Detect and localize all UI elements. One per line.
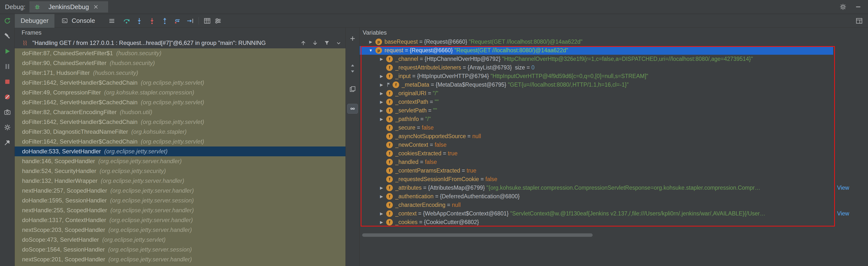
expand-arrow-icon[interactable]: ▶ <box>377 117 386 121</box>
variable-keyword-value: null <box>452 202 461 208</box>
collapse-icon[interactable] <box>334 38 343 47</box>
scroll-down-icon[interactable] <box>347 68 358 75</box>
variable-row[interactable]: ▶f_servletPath = "" <box>360 106 868 115</box>
expand-arrow-icon[interactable]: ▶ <box>377 194 386 199</box>
pause-icon[interactable] <box>3 62 12 71</box>
build-icon[interactable] <box>3 32 12 40</box>
frame-row[interactable]: doFilter:87, ChainedServletFilter$1 (hud… <box>15 48 345 58</box>
filter-icon[interactable] <box>322 38 331 47</box>
frame-row[interactable]: nextHandle:255, ScopedHandler (org.eclip… <box>15 205 345 215</box>
frame-row[interactable]: doScope:473, ServletHandler (org.eclipse… <box>15 235 345 245</box>
previous-frame-icon[interactable] <box>299 38 308 47</box>
frame-row[interactable]: handle:524, SecurityHandler (org.eclipse… <box>15 166 345 176</box>
frame-row[interactable]: handle:132, HandlerWrapper (org.eclipse.… <box>15 176 345 186</box>
expand-arrow-icon[interactable]: ▶ <box>377 100 386 104</box>
thread-dump-icon[interactable] <box>3 108 12 117</box>
step-into-icon[interactable] <box>134 16 145 26</box>
frame-row[interactable]: doHandle:1595, SessionHandler (org.eclip… <box>15 196 345 205</box>
variable-row[interactable]: f_handled = false <box>360 158 868 166</box>
evaluate-expression-icon[interactable] <box>202 16 213 26</box>
frame-row[interactable]: doFilter:1642, ServletHandler$CachedChai… <box>15 78 345 88</box>
variable-row[interactable]: f_contentParamsExtracted = true <box>360 166 868 175</box>
force-step-into-icon[interactable] <box>147 16 157 26</box>
expand-arrow-icon[interactable]: ▶ <box>377 91 386 96</box>
view-link[interactable]: View <box>837 184 849 191</box>
step-over-icon[interactable] <box>121 16 132 26</box>
collapse-arrow-icon[interactable]: ▼ <box>366 48 375 53</box>
variable-row[interactable]: ▶f_input = {HttpInputOverHTTP@6794} "Htt… <box>360 72 868 81</box>
variable-row[interactable]: ▶f_pathInfo = "/" <box>360 115 868 123</box>
variable-row[interactable]: f_requestedSessionIdFromCookie = false <box>360 175 868 183</box>
variable-row[interactable]: ▶f_metaData = {MetaData$Request@6795} "G… <box>360 81 868 89</box>
pin-icon[interactable] <box>3 138 12 147</box>
expand-arrow-icon[interactable]: ▶ <box>377 220 386 225</box>
expand-arrow-icon[interactable]: ▶ <box>366 39 375 44</box>
close-icon[interactable] <box>91 2 100 11</box>
expand-arrow-icon[interactable]: ▶ <box>377 83 386 87</box>
variable-row[interactable]: f_newContext = false <box>360 141 868 149</box>
next-frame-icon[interactable] <box>311 38 319 47</box>
resume-icon[interactable] <box>3 47 12 56</box>
frame-row[interactable]: doFilter:30, DiagnosticThreadNameFilter … <box>15 127 345 137</box>
variable-row[interactable]: ▶f_originalURI = "/" <box>360 89 868 98</box>
settings-sliders-icon[interactable] <box>213 16 223 26</box>
session-tab[interactable]: JenkinsDebug <box>29 1 108 12</box>
variable-row[interactable]: ▶f_cookies = {CookieCutter@6802} <box>360 218 868 227</box>
variable-row[interactable]: ▶f_context = {WebAppContext$Context@6801… <box>360 209 868 218</box>
frame-row[interactable]: nextScope:203, ScopedHandler (org.eclips… <box>15 225 345 235</box>
variable-row[interactable]: f_cookiesExtracted = true <box>360 149 868 158</box>
drop-frame-icon[interactable] <box>172 16 183 26</box>
toolbar-separator <box>198 17 199 25</box>
frame-row[interactable]: doScope:1564, SessionHandler (org.eclips… <box>15 245 345 255</box>
menu-icon[interactable] <box>106 16 117 26</box>
variable-row[interactable]: ▶f_channel = {HttpChannelOverHttp@6792} … <box>360 55 868 63</box>
variable-row[interactable]: ▶f_contextPath = "" <box>360 98 868 106</box>
expand-arrow-icon[interactable]: ▶ <box>377 74 386 79</box>
frame-row[interactable]: doFilter:171, HudsonFilter (hudson.secur… <box>15 68 345 78</box>
debug-tool-window-header: Debug: JenkinsDebug <box>0 0 868 14</box>
variable-row[interactable]: ▶f_authentication = {DeferredAuthenticat… <box>360 192 868 201</box>
frame-row[interactable]: doFilter:49, CompressionFilter (org.kohs… <box>15 88 345 97</box>
settings-gear-icon[interactable] <box>3 123 12 132</box>
frame-row[interactable]: doHandle:1317, ContextHandler (org.eclip… <box>15 215 345 225</box>
restore-layout-icon[interactable] <box>854 16 865 26</box>
scroll-up-icon[interactable] <box>347 63 358 68</box>
expand-arrow-icon[interactable]: ▶ <box>377 57 386 61</box>
watches-icon[interactable] <box>347 104 358 114</box>
tab-debugger[interactable]: Debugger <box>15 14 55 28</box>
rerun-icon[interactable] <box>3 17 12 25</box>
variable-row[interactable]: f_secure = false <box>360 123 868 132</box>
view-link[interactable]: View <box>837 210 849 217</box>
frame-row[interactable]: nextScope:201, ScopedHandler (org.eclips… <box>15 255 345 264</box>
frame-row[interactable]: handle:146, ScopedHandler (org.eclipse.j… <box>15 156 345 166</box>
variable-row[interactable]: ▶pbaseRequest = {Request@6660} "Request(… <box>360 37 868 46</box>
frame-row[interactable]: doFilter:1642, ServletHandler$CachedChai… <box>15 97 345 107</box>
gear-icon[interactable] <box>838 1 848 12</box>
add-watch-icon[interactable] <box>347 34 358 43</box>
tab-console[interactable]: Console <box>55 14 101 28</box>
expand-arrow-icon[interactable]: ▶ <box>377 185 386 190</box>
stop-icon[interactable] <box>3 77 12 86</box>
mute-breakpoints-icon[interactable] <box>3 92 12 101</box>
step-out-icon[interactable] <box>159 16 170 26</box>
copy-stack-icon[interactable] <box>347 84 358 94</box>
thread-selector[interactable]: "Handling GET / from 127.0.0.1 : Request… <box>15 37 345 48</box>
frame-row[interactable]: doFilter:1642, ServletHandler$CachedChai… <box>15 137 345 147</box>
frame-row[interactable]: nextHandle:257, ScopedHandler (org.eclip… <box>15 186 345 196</box>
variable-row[interactable]: f_characterEncoding = null <box>360 201 868 209</box>
frame-row[interactable]: doFilter:90, ChainedServletFilter (hudso… <box>15 58 345 68</box>
expand-arrow-icon[interactable]: ▶ <box>377 211 386 216</box>
frame-row[interactable]: doFilter:1642, ServletHandler$CachedChai… <box>15 117 345 127</box>
frame-row[interactable]: doFilter:82, CharacterEncodingFilter (hu… <box>15 107 345 117</box>
variable-row[interactable]: ▶f_attributes = {AttributesMap@6799} "{o… <box>360 183 868 192</box>
variable-string-value: "ServletContext@w.@1f130eaf{Jenkins v2.1… <box>508 210 765 217</box>
variable-row[interactable]: f_requestAttributeListeners = {ArrayList… <box>360 63 868 72</box>
expand-arrow-icon[interactable]: ▶ <box>377 108 386 113</box>
horizontal-scrollbar[interactable] <box>362 233 593 237</box>
frame-location: nextHandle:255, ScopedHandler <box>22 207 107 214</box>
minimize-icon[interactable] <box>853 1 864 12</box>
variable-row[interactable]: ▼prequest = {Request@6660} "Request(GET … <box>360 46 868 55</box>
frame-row[interactable]: doHandle:533, ServletHandler (org.eclips… <box>15 147 345 156</box>
run-to-cursor-icon[interactable] <box>185 16 196 26</box>
variable-row[interactable]: f_asyncNotSupportedSource = null <box>360 132 868 141</box>
